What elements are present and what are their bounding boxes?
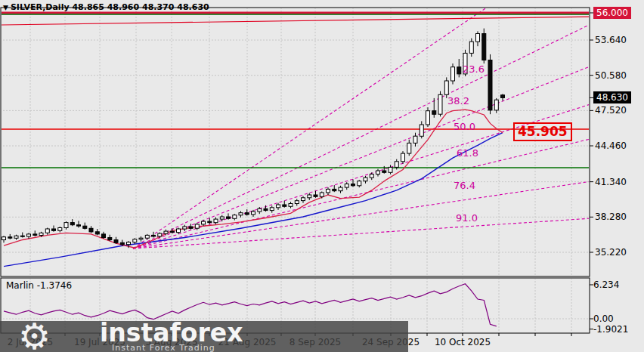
price-axis-label-41.340: 41.340 [595, 176, 627, 188]
price-axis-label-50.580: 50.580 [595, 69, 627, 82]
price-axis-label-47.520: 47.520 [595, 104, 627, 116]
price-target-label[interactable]: 45.905 [513, 122, 572, 141]
ohlc-values: 48.865 48.960 48.370 48.630 [72, 2, 209, 12]
fib-fan-label-76.4: 76.4 [454, 180, 475, 191]
fib-fan-label-91.0: 91.0 [456, 212, 478, 224]
fib-fan-label-23.6: 23.6 [463, 63, 485, 75]
price-axis-label-48.630: 48.630 [593, 91, 631, 103]
fib-fan-label-38.2: 38.2 [447, 95, 469, 107]
price-axis-label-35.220: 35.220 [595, 246, 627, 258]
fib-fan-label-61.8: 61.8 [457, 147, 478, 159]
trading-chart-window: ▼SILVER,Daily 48.865 48.960 48.370 48.63… [0, 0, 644, 352]
indicator-name-label: Marlin -1.3746 [6, 280, 72, 291]
instaforex-watermark: ⚙ instaforex Instant Forex Trading [0, 321, 408, 352]
indicator-axis-label-6.234: 6.234 [593, 279, 619, 290]
indicator-axis-label--1.9021: -1.9021 [593, 324, 628, 335]
chart-canvas[interactable] [0, 0, 644, 352]
price-axis-label-44.460: 44.460 [595, 140, 627, 152]
chevron-down-icon[interactable]: ▼ [3, 4, 8, 11]
indicator-axis-label-0.00: 0.00 [593, 313, 614, 324]
symbol-timeframe-label: SILVER,Daily [11, 2, 70, 12]
fib-fan-label-50.0: 50.0 [454, 121, 475, 132]
time-axis-label: 10 Oct 2025 [435, 337, 491, 347]
price-axis-label-56.000: 56.000 [593, 7, 631, 19]
gear-logo-icon: ⚙ [18, 321, 51, 352]
price-axis-label-38.280: 38.280 [595, 211, 627, 223]
watermark-tagline: Instant Forex Trading [112, 343, 215, 352]
price-axis-label-53.640: 53.640 [595, 34, 627, 46]
chart-title: ▼SILVER,Daily 48.865 48.960 48.370 48.63… [3, 2, 209, 12]
